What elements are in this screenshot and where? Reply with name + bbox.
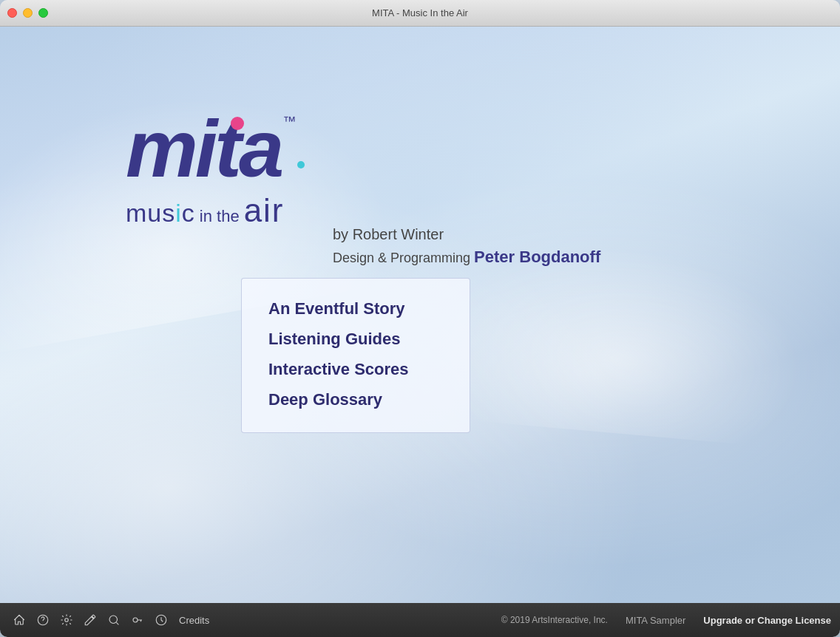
key-button[interactable] bbox=[127, 610, 148, 630]
traffic-lights bbox=[7, 8, 48, 18]
home-button[interactable] bbox=[9, 610, 30, 630]
design-name: Peter Bogdanoff bbox=[474, 248, 600, 266]
menu-item-interactive-scores[interactable]: Interactive Scores bbox=[268, 354, 447, 384]
svg-point-2 bbox=[109, 616, 118, 624]
gear-icon bbox=[60, 613, 73, 627]
pencil-icon bbox=[84, 613, 97, 627]
menu-item-deep-glossary[interactable]: Deep Glossary bbox=[268, 384, 447, 415]
menu-item-eventful-story[interactable]: An Eventful Story bbox=[268, 293, 447, 324]
key-icon bbox=[131, 613, 144, 627]
bottom-toolbar: Credits © 2019 ArtsInteractive, Inc. MIT… bbox=[0, 603, 840, 637]
titlebar: MITA - Music In the Air bbox=[0, 0, 840, 27]
search-button[interactable] bbox=[104, 610, 124, 630]
upgrade-link[interactable]: Upgrade or Change License bbox=[703, 615, 831, 626]
sampler-link[interactable]: MITA Sampler bbox=[626, 615, 685, 626]
svg-point-1 bbox=[65, 619, 69, 622]
logo-container: mita ™ music in the air bbox=[126, 108, 296, 229]
mita-logotype: mita bbox=[126, 108, 281, 189]
home-icon bbox=[13, 613, 26, 627]
maximize-button[interactable] bbox=[38, 8, 48, 18]
close-button[interactable] bbox=[7, 8, 17, 18]
air-text: air bbox=[244, 192, 285, 229]
by-line: by Robert Winter bbox=[333, 226, 600, 243]
design-label: Design & Programming bbox=[333, 251, 470, 265]
settings-button[interactable] bbox=[56, 610, 77, 630]
trademark-symbol: ™ bbox=[282, 114, 296, 129]
music-text: music bbox=[126, 199, 195, 228]
credits-block: by Robert Winter Design & Programming Pe… bbox=[333, 226, 600, 267]
design-line: Design & Programming Peter Bogdanoff bbox=[333, 248, 600, 267]
menu-item-listening-guides[interactable]: Listening Guides bbox=[268, 324, 447, 354]
tagline: music in the air bbox=[126, 192, 296, 229]
mita-cyan-dot bbox=[297, 161, 305, 168]
main-menu: An Eventful Story Listening Guides Inter… bbox=[241, 278, 470, 433]
help-button[interactable] bbox=[33, 610, 53, 630]
music-i-accent: i bbox=[175, 199, 182, 227]
history-button[interactable] bbox=[151, 610, 172, 630]
window-title: MITA - Music In the Air bbox=[372, 7, 468, 18]
credits-button[interactable]: Credits bbox=[179, 615, 209, 626]
copyright-text: © 2019 ArtsInteractive, Inc. bbox=[501, 615, 608, 625]
mita-pink-dot bbox=[231, 117, 244, 130]
svg-point-3 bbox=[133, 618, 138, 622]
in-the-text: in the bbox=[200, 207, 240, 226]
edit-button[interactable] bbox=[80, 610, 101, 630]
app-window: MITA - Music In the Air mita ™ music in … bbox=[0, 0, 840, 637]
help-icon bbox=[36, 613, 50, 627]
mita-wordmark: mita ™ bbox=[126, 108, 296, 189]
minimize-button[interactable] bbox=[23, 8, 33, 18]
clock-icon bbox=[155, 613, 168, 627]
main-content: mita ™ music in the air by Robert Winter… bbox=[0, 27, 840, 603]
search-icon bbox=[107, 613, 121, 627]
